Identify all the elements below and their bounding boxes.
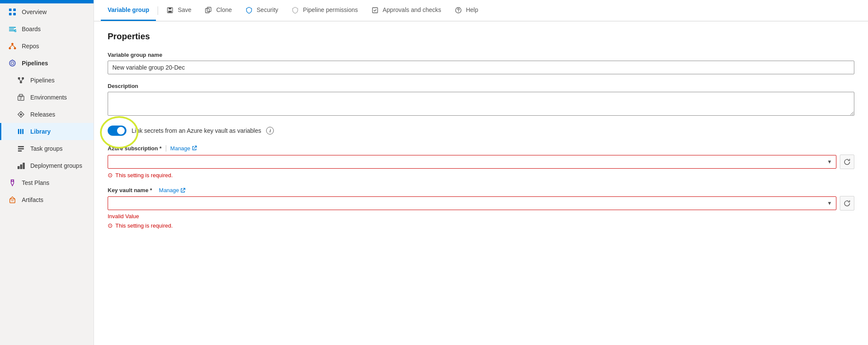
sidebar-item-overview[interactable]: Overview	[0, 3, 94, 20]
tab-bar: Variable group Save Clone	[94, 0, 868, 21]
azure-subscription-select-wrapper: ▼	[108, 155, 836, 169]
pipe-separator-1: |	[165, 144, 167, 152]
refresh-icon	[844, 158, 850, 165]
sidebar-item-boards[interactable]: Boards	[0, 20, 94, 38]
tab-variable-group[interactable]: Variable group	[101, 0, 156, 21]
sidebar-item-library[interactable]: Library	[0, 123, 94, 140]
key-vault-select[interactable]	[108, 196, 836, 210]
svg-rect-34	[23, 163, 25, 169]
svg-rect-6	[9, 30, 15, 31]
key-vault-suberror: ⊙ This setting is required.	[108, 222, 854, 229]
tab-security[interactable]: Security	[239, 0, 285, 21]
tab-help-label: Help	[466, 6, 478, 13]
svg-point-13	[11, 62, 14, 64]
pipeline-permissions-icon	[292, 6, 300, 13]
description-section: Description	[108, 83, 854, 117]
boards-icon	[8, 25, 17, 33]
svg-rect-27	[20, 129, 21, 134]
sidebar-item-releases[interactable]: Releases	[0, 106, 94, 123]
sidebar-item-artifacts[interactable]: Artifacts	[0, 191, 94, 208]
sidebar-item-repos[interactable]: Repos	[0, 38, 94, 55]
error-icon-2: ⊙	[108, 222, 113, 229]
pipelines-main-icon	[8, 59, 17, 67]
svg-point-9	[9, 47, 11, 50]
key-vault-manage-label: Manage	[159, 187, 179, 193]
svg-rect-42	[168, 11, 172, 12]
repos-icon	[8, 42, 17, 50]
error-icon-1: ⊙	[108, 172, 113, 178]
svg-line-11	[10, 45, 12, 47]
page-title: Properties	[108, 32, 854, 41]
sidebar-item-testplans[interactable]: Test Plans	[0, 174, 94, 191]
azure-subscription-refresh-button[interactable]	[840, 155, 854, 169]
key-vault-manage-link[interactable]: Manage	[159, 187, 185, 193]
external-link-icon	[192, 146, 197, 151]
deployment-icon	[17, 161, 25, 170]
sidebar-top-bar	[0, 0, 94, 3]
svg-point-37	[13, 180, 14, 181]
tab-clone-label: Clone	[216, 6, 232, 13]
clone-icon	[205, 6, 214, 13]
svg-rect-41	[169, 8, 171, 9]
environments-icon	[17, 93, 25, 102]
svg-line-19	[19, 79, 21, 81]
key-vault-error: Invalid Value	[108, 213, 854, 219]
variable-group-name-section: Variable group name	[108, 52, 854, 74]
svg-line-12	[12, 45, 15, 47]
help-icon	[455, 6, 463, 13]
security-icon	[246, 6, 254, 13]
azure-keyvault-toggle[interactable]	[108, 126, 126, 136]
tab-approvals-checks[interactable]: Approvals and checks	[365, 0, 448, 21]
description-textarea[interactable]	[108, 92, 854, 116]
azure-subscription-error-text: This setting is required.	[115, 172, 173, 178]
key-vault-suberror-text: This setting is required.	[115, 222, 173, 229]
tab-divider-1	[158, 6, 158, 15]
svg-rect-29	[18, 146, 24, 147]
svg-rect-18	[20, 81, 22, 83]
sidebar-item-repos-label: Repos	[22, 43, 39, 50]
svg-point-47	[458, 11, 458, 12]
tab-approvals-checks-label: Approvals and checks	[383, 6, 441, 13]
info-icon[interactable]: i	[266, 127, 274, 134]
overview-icon	[8, 8, 17, 16]
svg-rect-31	[18, 150, 22, 152]
toggle-row: Link secrets from an Azure key vault as …	[108, 126, 854, 136]
azure-subscription-manage-label: Manage	[170, 145, 191, 152]
azure-subscription-select[interactable]	[108, 155, 836, 169]
key-vault-external-link-icon	[180, 188, 185, 193]
sidebar-item-releases-label: Releases	[30, 111, 55, 118]
svg-rect-1	[13, 9, 16, 11]
tab-pipeline-permissions[interactable]: Pipeline permissions	[285, 0, 364, 21]
sidebar-item-pipelines-label: Pipelines	[30, 77, 55, 84]
svg-point-36	[11, 180, 12, 181]
svg-rect-5	[9, 29, 14, 29]
sidebar-item-taskgroups-label: Task groups	[30, 145, 62, 152]
toggle-label-text: Link secrets from an Azure key vault as …	[132, 127, 261, 134]
sidebar-item-environments-label: Environments	[30, 94, 67, 101]
sidebar-item-environments[interactable]: Environments	[0, 89, 94, 106]
tab-security-label: Security	[257, 6, 279, 13]
key-vault-dropdown-wrapper: ▼	[108, 196, 854, 211]
azure-subscription-section: Azure subscription * | Manage ▼	[108, 144, 854, 178]
sidebar-item-pipelines-header[interactable]: Pipelines	[0, 55, 94, 72]
svg-rect-3	[13, 13, 16, 15]
key-vault-refresh-button[interactable]	[840, 196, 854, 211]
variable-group-name-input[interactable]	[108, 61, 854, 74]
azure-subscription-error: ⊙ This setting is required.	[108, 172, 854, 178]
sidebar-item-taskgroups[interactable]: Task groups	[0, 140, 94, 157]
svg-rect-33	[20, 164, 22, 169]
sidebar-item-deployment[interactable]: Deployment groups	[0, 157, 94, 174]
svg-line-20	[21, 79, 23, 81]
sidebar-item-testplans-label: Test Plans	[22, 179, 50, 186]
tab-save-label: Save	[178, 6, 191, 13]
tab-help[interactable]: Help	[448, 0, 485, 21]
sidebar-item-pipelines[interactable]: Pipelines	[0, 72, 94, 89]
svg-rect-32	[18, 166, 20, 169]
sidebar-item-artifacts-label: Artifacts	[22, 196, 44, 203]
sidebar-item-pipelines-header-label: Pipelines	[22, 60, 48, 67]
azure-subscription-manage-link[interactable]: Manage	[170, 145, 197, 152]
sidebar-item-deployment-label: Deployment groups	[30, 162, 82, 169]
tab-clone[interactable]: Clone	[198, 0, 239, 21]
svg-rect-2	[9, 13, 12, 15]
tab-save[interactable]: Save	[160, 0, 198, 21]
